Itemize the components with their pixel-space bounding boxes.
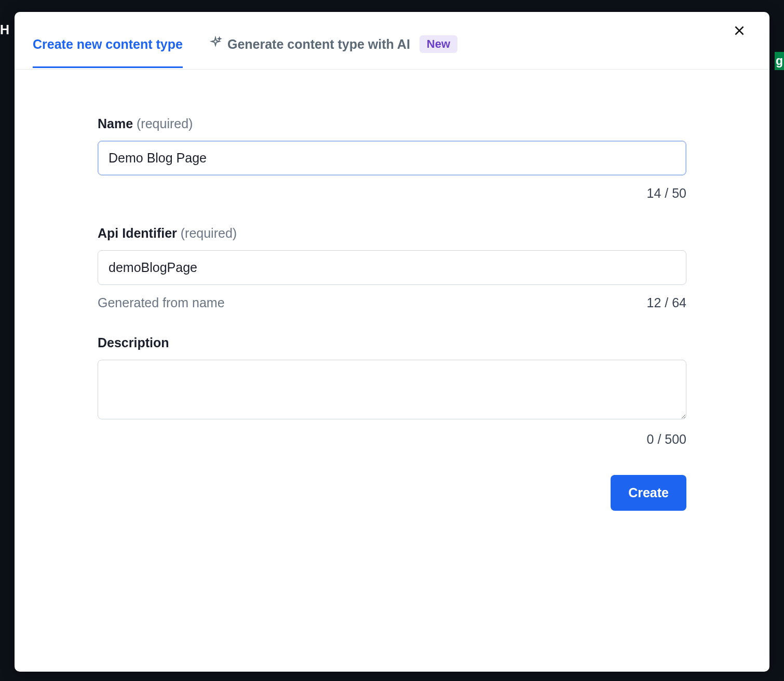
close-button[interactable]: [728, 20, 751, 43]
background-hint-left: H: [0, 22, 9, 37]
tab-generate-ai[interactable]: Generate content type with AI New: [209, 35, 457, 69]
description-counter: 0 / 500: [647, 432, 686, 447]
description-helper-row: 0 / 500: [98, 432, 686, 447]
api-id-label: Api Identifier: [98, 226, 177, 240]
description-label-row: Description: [98, 335, 686, 350]
create-content-type-modal: Create new content type Generate content…: [15, 12, 769, 672]
name-required-label: (required): [137, 116, 193, 131]
api-id-helper-text: Generated from name: [98, 295, 225, 310]
modal-tabs: Create new content type Generate content…: [15, 12, 769, 70]
description-input[interactable]: [98, 360, 686, 419]
name-counter: 14 / 50: [647, 186, 686, 201]
name-label-row: Name (required): [98, 116, 686, 131]
new-badge: New: [420, 35, 457, 53]
tab-create-content-type[interactable]: Create new content type: [33, 37, 183, 68]
description-field-group: Description 0 / 500: [98, 335, 686, 447]
api-id-label-row: Api Identifier (required): [98, 226, 686, 241]
form-actions: Create: [98, 475, 686, 511]
tab-label: Create new content type: [33, 37, 183, 52]
content-type-form: Name (required) 14 / 50 Api Identifier (…: [15, 70, 769, 511]
description-label: Description: [98, 335, 169, 350]
api-id-counter: 12 / 64: [647, 295, 686, 310]
api-id-required-label: (required): [181, 226, 237, 240]
api-id-helper-row: Generated from name 12 / 64: [98, 295, 686, 310]
name-helper-row: 14 / 50: [98, 186, 686, 201]
close-icon: [733, 24, 746, 39]
name-label: Name: [98, 116, 133, 131]
sparkle-icon: [209, 36, 222, 52]
tab-label: Generate content type with AI: [227, 37, 410, 52]
name-field-group: Name (required) 14 / 50: [98, 116, 686, 201]
api-id-input[interactable]: [98, 250, 686, 285]
name-input[interactable]: [98, 141, 686, 175]
create-button[interactable]: Create: [611, 475, 686, 511]
background-hint-right: g: [775, 52, 784, 70]
api-id-field-group: Api Identifier (required) Generated from…: [98, 226, 686, 310]
